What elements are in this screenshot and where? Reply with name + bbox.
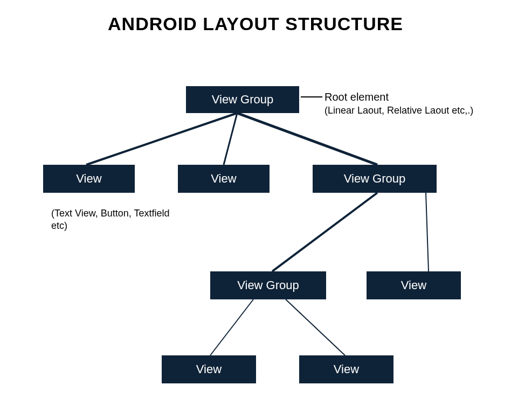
annotation-view-sub: (Text View, Button, Textfield etc)	[51, 207, 170, 232]
node-l4-view-right: View	[299, 355, 393, 383]
node-root-viewgroup: View Group	[186, 86, 299, 113]
svg-line-5	[210, 299, 253, 355]
node-l2-view-left: View	[43, 165, 135, 193]
svg-line-4	[426, 193, 429, 271]
node-l2-view-mid: View	[178, 165, 270, 193]
page-title: ANDROID LAYOUT STRUCTURE	[0, 13, 511, 34]
node-l4-view-left: View	[162, 355, 256, 383]
svg-line-6	[286, 299, 345, 355]
annotation-root-label: Root element	[324, 90, 389, 104]
svg-line-3	[272, 193, 377, 271]
node-l3-view: View	[367, 271, 461, 299]
annotation-root-sub: (Linear Laout, Relative Laout etc,.)	[324, 104, 486, 117]
node-l2-viewgroup-right: View Group	[313, 165, 437, 193]
svg-line-2	[237, 113, 377, 165]
svg-line-0	[86, 113, 237, 165]
node-l3-viewgroup: View Group	[210, 271, 326, 299]
svg-line-1	[224, 113, 237, 165]
